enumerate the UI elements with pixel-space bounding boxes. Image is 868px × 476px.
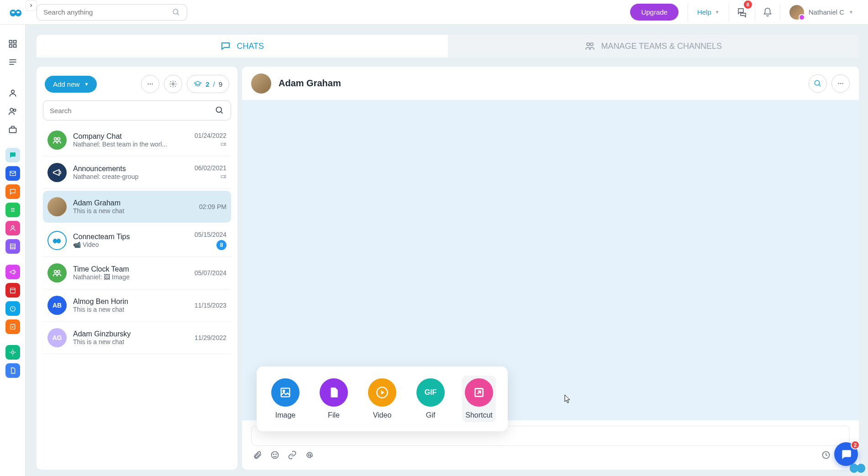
- svg-point-34: [150, 84, 151, 84]
- sidebar-calendar[interactable]: [5, 283, 20, 298]
- chat-item-preview: 📹 Video: [73, 241, 174, 248]
- chat-item-preview: This is a new chat: [73, 306, 174, 313]
- svg-rect-42: [221, 175, 224, 178]
- sidebar-doc[interactable]: [5, 363, 20, 378]
- chat-peer-name: Adam Graham: [279, 78, 341, 89]
- intercom-icon: [840, 448, 852, 460]
- chat-search-input[interactable]: [50, 107, 215, 115]
- user-avatar: [789, 5, 804, 20]
- chat-more-button[interactable]: [141, 75, 159, 93]
- quota-sep: /: [213, 80, 215, 88]
- svg-point-49: [842, 83, 843, 84]
- chat-peer-avatar[interactable]: [251, 73, 271, 94]
- sidebar-menu[interactable]: [5, 55, 20, 69]
- chat-item-preview: Nathaniel: 🖼 Image: [73, 273, 174, 281]
- user-name-label: Nathaniel C: [809, 8, 844, 16]
- schedule-button[interactable]: [821, 450, 831, 461]
- messages-button[interactable]: 8: [729, 3, 755, 21]
- sidebar-mail[interactable]: [5, 166, 20, 181]
- sidebar-list[interactable]: [5, 203, 20, 217]
- svg-rect-4: [9, 45, 12, 47]
- chat-item[interactable]: Adam GrahamThis is a new chat02:09 PM: [43, 191, 231, 223]
- sidebar-expand-button[interactable]: [26, 0, 37, 11]
- sidebar-settings[interactable]: [5, 345, 20, 360]
- chat-item-date: 05/15/2024: [195, 231, 226, 238]
- svg-point-47: [838, 83, 839, 84]
- global-search-input[interactable]: [43, 8, 172, 16]
- top-tabs: CHATS MANAGE TEAMS & CHANNELS: [37, 35, 859, 58]
- add-new-button[interactable]: Add new ▼: [45, 76, 97, 93]
- sidebar-timer[interactable]: [5, 301, 20, 316]
- quota-indicator[interactable]: 2 / 9: [187, 75, 229, 93]
- chat-item-preview: Nathanel: Best team in the worl...: [73, 141, 174, 148]
- app-logo[interactable]: [9, 5, 23, 19]
- attach-image[interactable]: Image: [268, 376, 302, 422]
- svg-point-26: [11, 351, 14, 353]
- bell-icon: [763, 7, 773, 17]
- attach-label: Gif: [426, 411, 435, 419]
- global-search[interactable]: [37, 4, 187, 21]
- message-toolbar: [251, 450, 850, 462]
- chat-item[interactable]: Connecteam Tips📹 Video05/15/20248: [43, 225, 231, 257]
- chat-settings-button[interactable]: [164, 75, 182, 93]
- sidebar-task[interactable]: [5, 319, 20, 334]
- attach-button[interactable]: [253, 450, 262, 461]
- user-menu[interactable]: Nathaniel C ▼: [780, 5, 859, 20]
- chat-search-button[interactable]: [809, 74, 827, 93]
- chat-item-title: Connecteam Tips: [73, 233, 195, 241]
- tab-manage-label: MANAGE TEAMS & CHANNELS: [601, 42, 722, 51]
- sidebar-users[interactable]: [5, 104, 20, 119]
- chevron-down-icon: ▼: [715, 10, 720, 15]
- messages-badge: 8: [744, 0, 752, 9]
- notifications-button[interactable]: [755, 3, 780, 21]
- chat-item[interactable]: Company ChatNathanel: Best team in the w…: [43, 124, 231, 157]
- help-menu[interactable]: Help ▼: [688, 3, 729, 21]
- tab-chats[interactable]: CHATS: [37, 35, 448, 58]
- chat-item[interactable]: ABAlmog Ben HorinThis is a new chat11/15…: [43, 289, 231, 322]
- at-icon: [305, 450, 314, 460]
- sidebar-user[interactable]: [5, 86, 20, 100]
- svg-line-46: [819, 84, 821, 86]
- sidebar-briefcase[interactable]: [5, 122, 20, 137]
- attach-shortcut[interactable]: Shortcut: [462, 376, 496, 422]
- attach-video[interactable]: Video: [365, 376, 399, 422]
- chat-more-button[interactable]: [831, 74, 850, 93]
- chat-item-date: 01/24/2022: [195, 132, 226, 139]
- svg-point-10: [10, 108, 13, 111]
- add-new-label: Add new: [53, 80, 79, 88]
- sidebar-people[interactable]: [5, 221, 20, 235]
- svg-point-0: [173, 9, 178, 14]
- svg-point-57: [276, 454, 276, 455]
- chat-item[interactable]: AnnouncementsNathanel: create-group06/02…: [43, 157, 231, 189]
- users-icon: [8, 107, 17, 116]
- upgrade-button[interactable]: Upgrade: [630, 4, 679, 21]
- chat-item-date: 06/02/2021: [195, 164, 226, 172]
- link-button[interactable]: [288, 450, 297, 461]
- quota-used: 2: [205, 80, 209, 88]
- chat-search[interactable]: [43, 100, 231, 120]
- emoji-button[interactable]: [270, 450, 279, 461]
- attach-gif[interactable]: GIFGif: [414, 376, 447, 422]
- svg-point-33: [147, 84, 148, 84]
- chat-item-avatar: AG: [47, 328, 67, 347]
- svg-line-38: [221, 112, 223, 114]
- chat-item[interactable]: AGAdam GinzburskyThis is a new chat11/29…: [43, 322, 231, 354]
- svg-point-48: [840, 83, 841, 84]
- sidebar-message[interactable]: [5, 184, 20, 199]
- svg-rect-2: [9, 41, 12, 43]
- svg-rect-21: [10, 288, 15, 293]
- sidebar-megaphone[interactable]: [5, 265, 20, 279]
- chat-item[interactable]: Time Clock TeamNathaniel: 🖼 Image05/07/2…: [43, 257, 231, 289]
- tab-manage[interactable]: MANAGE TEAMS & CHANNELS: [448, 35, 859, 58]
- chat-bubble-icon: [9, 151, 17, 159]
- message-icon: [9, 188, 16, 195]
- attach-file[interactable]: File: [317, 376, 351, 422]
- chat-item-preview: This is a new chat: [73, 207, 174, 214]
- sidebar-chat[interactable]: [5, 148, 20, 162]
- sidebar-apps[interactable]: [5, 37, 20, 51]
- mention-button[interactable]: [305, 450, 314, 461]
- svg-point-43: [54, 271, 57, 273]
- chat-item-title: Time Clock Team: [73, 265, 195, 273]
- sidebar-table[interactable]: [5, 239, 20, 254]
- attach-label: File: [328, 411, 340, 419]
